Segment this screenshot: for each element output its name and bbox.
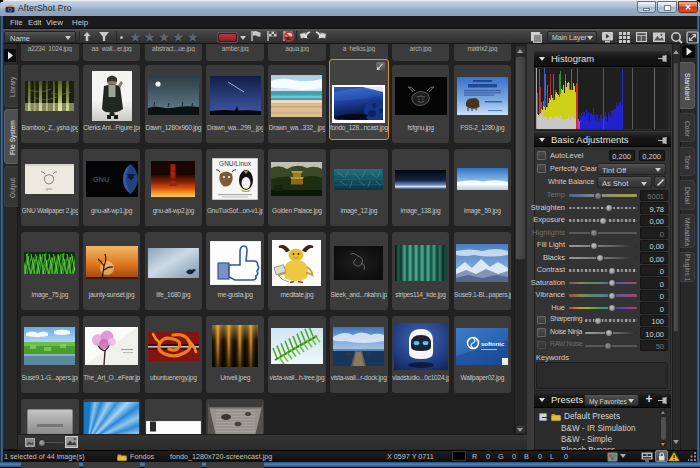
svg-text:GNU/Linux: GNU/Linux xyxy=(219,160,252,167)
svg-text:softonic: softonic xyxy=(481,341,505,347)
svg-text:gnu: gnu xyxy=(46,186,53,191)
svg-text:聚: 聚 xyxy=(171,171,177,177)
svg-text:GNU: GNU xyxy=(92,175,109,184)
